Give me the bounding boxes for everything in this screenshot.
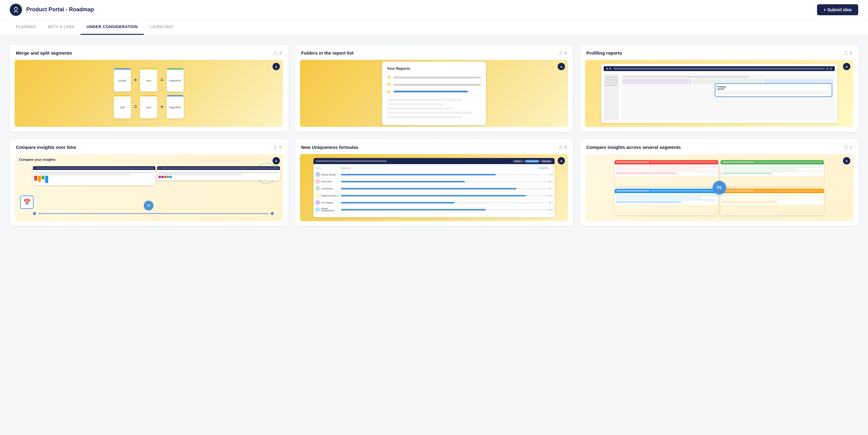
svg-point-1 <box>16 6 17 7</box>
compare-title-overlay: Compare your insights <box>19 158 56 161</box>
folder-item-3: 📁 <box>387 89 481 96</box>
phone-segments: segments <box>167 68 184 92</box>
avatar <box>315 172 320 177</box>
avatar <box>315 179 320 184</box>
folder-icon: 📁 <box>387 90 391 94</box>
profiling-content: Profilingreports <box>604 74 835 121</box>
score: 96.5 <box>549 202 553 204</box>
vote-icon <box>558 51 563 56</box>
row-name: Chris Evans <box>321 188 340 190</box>
plus-symbol-2: + <box>160 104 163 110</box>
folder-item-1: 📁 <box>387 74 481 81</box>
submit-idea-button[interactable]: + Submit idea <box>817 4 858 15</box>
card-title: Folders in the report list <box>301 50 354 56</box>
vote-icon <box>273 51 278 56</box>
tab-pill: Interests <box>540 160 552 163</box>
uniqueness-row: Chris Evans 68.7 <box>315 185 553 192</box>
vote-count: 0 <box>850 51 852 55</box>
page-title: Product Portal - Roadmap <box>26 6 94 13</box>
avatar <box>315 186 320 191</box>
card-header: Folders in the report list 0 <box>295 45 573 60</box>
avatar <box>315 200 320 205</box>
phone-your: your <box>140 68 157 92</box>
card-compare-insights-segments[interactable]: Compare insights across several segments… <box>580 139 858 226</box>
equals-symbol-2: = <box>134 104 137 110</box>
row-name: Tom Holland <box>321 202 340 204</box>
uniqueness-row: Tom Holland 96.5 <box>315 199 553 206</box>
phone-your-2: your <box>140 95 157 119</box>
cross-screen-green <box>721 160 824 187</box>
row-line <box>387 99 462 101</box>
tab-planned[interactable]: PLANNED <box>10 20 42 35</box>
card-folders-report-list[interactable]: Folders in the report list 0 a Your Repo… <box>295 45 573 132</box>
vote-icon <box>273 145 278 150</box>
card-image-folders: a Your Reports 📁 📁 📁 <box>300 60 568 127</box>
cards-grid: Merge and split segments 2 a merge + <box>10 45 858 226</box>
row-line <box>387 103 443 105</box>
folder-icon: 📁 <box>387 75 391 79</box>
row-name: Marvel Entertainment <box>321 207 340 212</box>
folder-title: Your Reports <box>387 67 481 71</box>
uniqueness-row: Warner Studios 75.4 <box>315 171 553 178</box>
svg-point-4 <box>845 51 847 53</box>
row-line <box>387 116 462 119</box>
card-compare-insights-time[interactable]: Compare insights over time 0 a Compare y… <box>10 139 288 226</box>
tab-under-consideration[interactable]: UNDER CONSIDERATION <box>81 20 144 35</box>
vs-badge: VS <box>713 181 726 194</box>
uniqueness-body: Name Biography Uniqueness Warner Studios… <box>313 164 555 215</box>
tab-launched[interactable]: LAUNCHED <box>144 20 179 35</box>
tab-beta-labs[interactable]: BETA & LABS <box>42 20 81 35</box>
card-header: Compare insights across several segments… <box>580 139 858 154</box>
svg-point-3 <box>560 51 562 53</box>
row-line <box>387 112 471 114</box>
header-left: Product Portal - Roadmap <box>10 4 94 16</box>
main-content: Merge and split segments 2 a merge + <box>0 35 868 236</box>
card-votes: 2 <box>273 51 281 56</box>
card-title: Compare insights over time <box>16 144 76 150</box>
vote-count: 0 <box>565 51 567 55</box>
card-image-profiling: a <box>585 60 854 127</box>
top-bar-dot <box>606 68 608 70</box>
row-name: Pixar Films <box>321 180 340 183</box>
app-logo <box>10 4 22 16</box>
uniqueness-row: Marvel Entertainment 88.0 <box>315 206 553 213</box>
card-profiling-reports[interactable]: Profiling reports 0 a <box>580 45 858 132</box>
row-name: Warner Studios <box>321 174 340 176</box>
card-image-compare-segments: a <box>585 154 854 221</box>
tab-pill: Socio... <box>513 160 523 163</box>
vote-icon <box>844 51 848 56</box>
uniqueness-table-header: Socio... Uniqueness Interests <box>313 158 555 164</box>
card-header: New Uniqueness formulas 0 <box>295 139 573 154</box>
phone-split: split <box>114 95 131 119</box>
profiling-illustration: Profilingreports <box>601 64 837 123</box>
brand-logo: a <box>558 157 565 164</box>
brand-logo: a <box>558 63 565 70</box>
folder-illustration: Your Reports 📁 📁 📁 <box>382 62 486 125</box>
svg-point-5 <box>274 145 276 147</box>
cross-screen-blue <box>615 189 718 215</box>
card-merge-split-segments[interactable]: Merge and split segments 2 a merge + <box>10 45 288 132</box>
card-votes: 0 <box>273 145 281 150</box>
card-image-uniqueness: a Socio... Uniqueness Interests Name <box>300 154 568 221</box>
vote-count: 2 <box>279 51 281 55</box>
header: Product Portal - Roadmap + Submit idea <box>0 0 868 20</box>
cross-segments-illustration: VS <box>585 154 854 221</box>
folder-line <box>394 76 481 78</box>
svg-point-7 <box>845 145 847 147</box>
svg-point-6 <box>560 145 562 147</box>
folder-icon: 📁 <box>387 83 391 87</box>
card-image-merge: a merge + your = segments split = <box>14 60 283 127</box>
screen-left <box>33 166 155 185</box>
score: 96.05 <box>548 195 553 197</box>
vote-icon <box>844 145 848 150</box>
card-header: Compare insights over time 0 <box>10 139 288 154</box>
brand-logo: a <box>843 63 850 70</box>
uniqueness-table: Socio... Uniqueness Interests Name Biogr… <box>313 158 555 217</box>
compare-screens <box>33 166 280 185</box>
card-votes: 1 <box>844 145 852 150</box>
card-new-uniqueness-formulas[interactable]: New Uniqueness formulas 0 a Socio... <box>295 139 573 226</box>
folder-line <box>394 84 481 86</box>
equals-symbol: = <box>160 77 163 83</box>
score: 88.0 <box>549 209 553 211</box>
brand-logo: a <box>273 63 280 70</box>
